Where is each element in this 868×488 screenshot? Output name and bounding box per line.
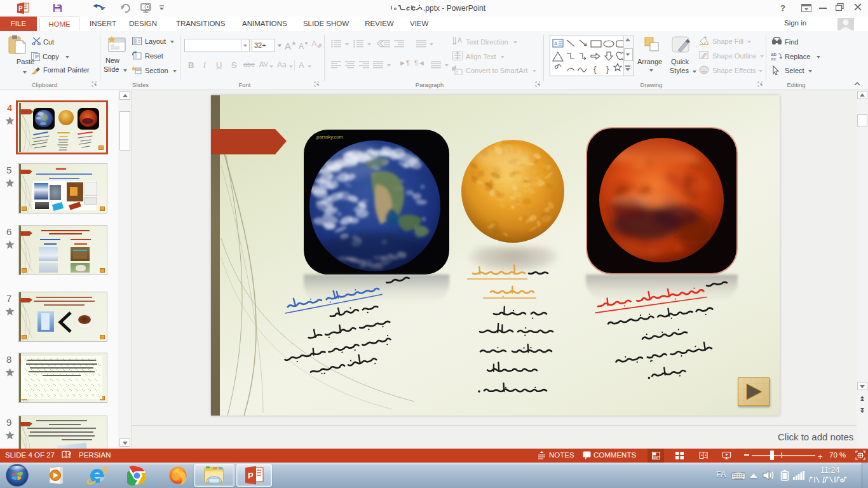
svg-text:.parssky.com: .parssky.com: [315, 134, 343, 140]
svg-text:A: A: [554, 41, 558, 46]
svg-text:ac: ac: [771, 56, 776, 60]
svg-text:}: }: [606, 64, 609, 74]
svg-text:{: {: [593, 64, 597, 74]
svg-text:P: P: [18, 5, 23, 12]
svg-text:A: A: [458, 37, 462, 44]
svg-text:A: A: [311, 39, 317, 48]
svg-text:P: P: [248, 471, 254, 480]
